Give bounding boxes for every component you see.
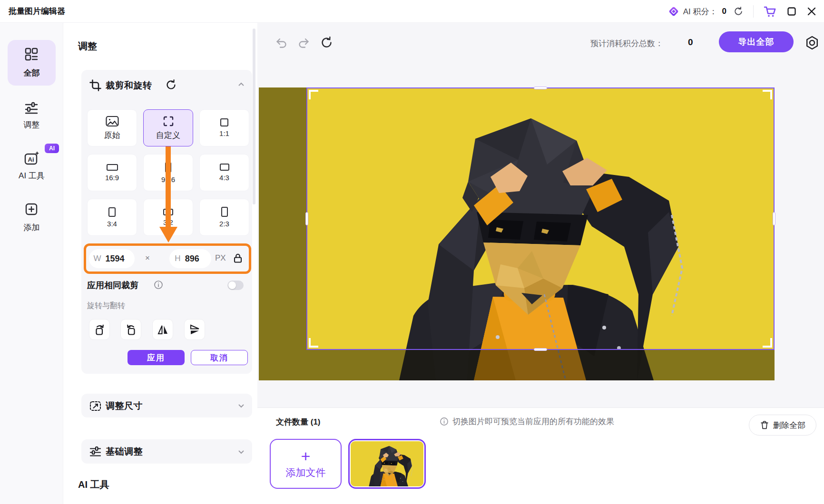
resize-icon [89,399,102,412]
resize-card[interactable]: 调整尺寸 [81,394,252,417]
sidebar-item-ai-tools-label: AI 工具 [0,170,63,181]
crop-handle-bottom[interactable] [534,348,547,351]
batch-image-editor-window: 批量图片编辑器 AI 积分： 0 全部 [0,0,824,504]
crop-icon [89,79,102,92]
crop-handle-bottom-left[interactable] [309,338,318,348]
tall-ratio-icon [221,207,228,217]
toggle-knob [228,281,236,289]
ratio-tile-9-16[interactable]: 9:16 [143,154,193,191]
crop-handle-top-left[interactable] [309,90,318,99]
titlebar-divider [753,5,754,18]
sidebar-item-add-label: 添加 [0,222,63,233]
dim-overlay-left [259,87,306,380]
rotate-right-button[interactable] [89,319,110,340]
width-field[interactable]: W [89,249,135,268]
rotate-left-button[interactable] [120,319,141,340]
ai-credits-value: 0 [722,7,726,16]
crop-handle-top[interactable] [534,87,547,89]
crop-card-title: 裁剪和旋转 [106,79,152,92]
crop-handle-right[interactable] [773,212,775,225]
unit-label: PX [215,253,226,263]
height-field[interactable]: H [169,249,211,268]
crop-corners-icon [163,116,174,127]
width-input[interactable] [106,254,130,264]
svg-text:Ai: Ai [28,156,34,163]
rotate-left-icon [125,323,137,336]
basic-adjust-card[interactable]: 基础调整 [81,439,252,464]
ratio-tile-original[interactable]: 原始 [87,109,137,146]
trash-icon [760,420,769,430]
crop-handle-left[interactable] [305,212,308,225]
width-label: W [93,254,101,263]
estimate-value: 0 [688,37,693,48]
height-label: H [175,254,180,263]
close-icon[interactable] [807,7,816,16]
info-icon[interactable] [154,280,163,290]
plus-square-icon [24,202,39,217]
ratio-tile-4-3[interactable]: 4:3 [199,154,249,191]
info-icon [440,417,449,426]
crop-handle-top-right[interactable] [763,90,772,99]
ratio-tile-2-3[interactable]: 2:3 [199,199,249,236]
tall-ratio-icon [108,207,116,217]
estimate-label: 预计消耗积分总数： [590,38,663,49]
panel-scrollbar[interactable] [253,29,255,204]
rect-ratio-icon [163,209,173,215]
sidebar: 全部 调整 AI Ai AI 工具 添加 [0,23,63,504]
chevron-up-icon[interactable] [238,81,245,88]
thumbnail-selected[interactable] [348,439,426,489]
delete-all-button[interactable]: 删除全部 [749,415,816,436]
height-input[interactable] [185,254,206,264]
ratio-tile-3-4[interactable]: 3:4 [87,199,137,236]
add-file-button[interactable]: + 添加文件 [270,439,342,489]
gear-icon[interactable] [804,35,820,51]
resize-card-title: 调整尺寸 [106,400,143,412]
app-title: 批量图片编辑器 [9,0,65,23]
tall-ratio-icon [165,162,171,173]
flip-horizontal-button[interactable] [152,319,173,340]
export-all-button[interactable]: 导出全部 [719,31,794,52]
ratio-tile-3-2[interactable]: 3:2 [143,199,193,236]
ai-box-icon: Ai [22,149,40,167]
crop-selection[interactable] [306,87,775,350]
file-strip: 文件数量 (1) 切换图片即可预览当前应用的所有功能的效果 删除全部 + 添加文… [257,407,824,504]
lock-icon[interactable] [232,252,244,264]
ratio-tile-16-9[interactable]: 16:9 [87,154,137,191]
redo-icon[interactable] [297,37,310,49]
file-hint: 切换图片即可预览当前应用的所有功能的效果 [440,416,614,427]
ratio-tile-1-1[interactable]: 1:1 [199,109,249,146]
same-crop-label: 应用相同裁剪 [87,280,138,291]
wide-ratio-icon [107,164,118,171]
ai-tools-heading: AI 工具 [78,478,109,491]
square-ratio-icon [220,118,228,126]
same-crop-toggle[interactable] [227,281,244,290]
crop-handle-bottom-right[interactable] [763,338,772,348]
flip-horizontal-icon [157,323,169,336]
cancel-button[interactable]: 取消 [191,350,248,365]
reset-crop-icon[interactable] [165,79,177,91]
image-icon [106,116,119,127]
ratio-tile-custom[interactable]: 自定义 [143,109,193,146]
times-sign: × [145,253,150,263]
flip-vertical-button[interactable] [184,319,205,340]
panel-heading: 调整 [78,40,97,53]
refresh-credits-icon[interactable] [733,6,744,17]
preview-image[interactable] [259,87,775,380]
maximize-icon[interactable] [787,7,796,16]
crop-rotate-card: 裁剪和旋转 原始 自定义 1:1 16:9 [81,70,252,374]
cart-icon[interactable] [763,5,776,18]
rotate-flip-label: 旋转与翻转 [87,301,125,311]
ai-badge: AI [45,144,59,153]
basic-card-title: 基础调整 [106,446,143,458]
chevron-down-icon[interactable] [238,402,245,409]
flip-vertical-icon [188,323,201,336]
chevron-down-icon[interactable] [238,448,245,455]
undo-icon[interactable] [275,37,288,49]
apply-button[interactable]: 应用 [128,350,185,365]
file-hint-text: 切换图片即可预览当前应用的所有功能的效果 [452,416,614,427]
refresh-canvas-icon[interactable] [320,36,334,49]
delete-all-label: 删除全部 [773,420,805,431]
ai-credits-diamond-icon [668,6,679,17]
dim-overlay-bottom [306,350,775,380]
sidebar-item-adjust-label: 调整 [0,119,63,130]
